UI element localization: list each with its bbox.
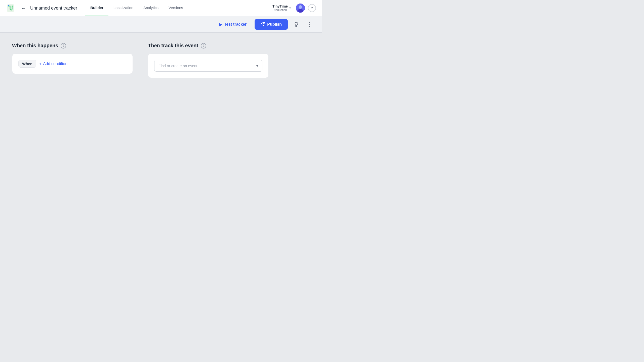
add-condition-button[interactable]: + Add condition bbox=[39, 62, 67, 66]
user-avatar[interactable] bbox=[296, 4, 305, 13]
back-button[interactable]: ← bbox=[19, 4, 28, 12]
lightbulb-icon bbox=[294, 22, 299, 27]
tab-versions[interactable]: Versions bbox=[164, 0, 188, 16]
when-section-card: When + Add condition bbox=[12, 54, 133, 74]
then-info-icon[interactable]: ? bbox=[201, 43, 206, 49]
top-nav: ← Unnamed event tracker Builder Localiza… bbox=[0, 0, 322, 16]
nav-right: TinyTime Production ▾ ? bbox=[270, 3, 316, 13]
dropdown-chevron-icon: ▾ bbox=[256, 64, 258, 68]
svg-point-3 bbox=[299, 5, 302, 9]
then-section-title: Then track this event bbox=[148, 43, 198, 49]
event-dropdown[interactable]: Find or create an event... ▾ bbox=[154, 60, 262, 72]
help-button[interactable]: ? bbox=[308, 4, 316, 12]
add-condition-label: Add condition bbox=[43, 62, 67, 66]
when-section-title: When this happens bbox=[12, 43, 58, 49]
tab-localization[interactable]: Localization bbox=[108, 0, 138, 16]
lightbulb-button[interactable] bbox=[292, 20, 301, 29]
test-tracker-button[interactable]: ▶ Test tracker bbox=[215, 20, 251, 29]
when-section: When this happens ? When + Add condition bbox=[12, 43, 133, 74]
publish-label: Publish bbox=[267, 22, 282, 27]
event-dropdown-placeholder: Find or create an event... bbox=[158, 64, 200, 68]
tab-builder[interactable]: Builder bbox=[85, 0, 108, 16]
when-badge: When bbox=[18, 60, 36, 68]
when-section-header: When this happens ? bbox=[12, 43, 133, 49]
add-condition-plus-icon: + bbox=[39, 62, 42, 66]
when-row: When + Add condition bbox=[18, 60, 127, 68]
send-icon bbox=[261, 22, 265, 27]
userflow-logo-icon bbox=[6, 4, 15, 13]
toolbar: ▶ Test tracker Publish ⋮ bbox=[0, 16, 322, 33]
when-info-icon[interactable]: ? bbox=[61, 43, 66, 49]
svg-rect-1 bbox=[7, 4, 14, 12]
test-tracker-label: Test tracker bbox=[224, 22, 247, 27]
page-title: Unnamed event tracker bbox=[30, 6, 77, 11]
publish-button[interactable]: Publish bbox=[255, 19, 288, 30]
play-icon: ▶ bbox=[219, 22, 222, 27]
then-section-card: Find or create an event... ▾ bbox=[148, 54, 269, 78]
then-section: Then track this event ? Find or create a… bbox=[148, 43, 269, 78]
main-content: When this happens ? When + Add condition… bbox=[0, 33, 322, 181]
logo-area bbox=[6, 4, 15, 13]
nav-tabs: Builder Localization Analytics Versions bbox=[85, 0, 188, 16]
more-options-button[interactable]: ⋮ bbox=[305, 20, 314, 29]
then-section-header: Then track this event ? bbox=[148, 43, 269, 49]
tab-analytics[interactable]: Analytics bbox=[138, 0, 164, 16]
workspace-selector[interactable]: TinyTime Production ▾ bbox=[270, 3, 293, 13]
more-options-icon: ⋮ bbox=[307, 21, 312, 28]
workspace-env: Production bbox=[272, 8, 288, 12]
workspace-chevron-icon: ▾ bbox=[289, 6, 291, 10]
workspace-name: TinyTime bbox=[272, 4, 288, 9]
